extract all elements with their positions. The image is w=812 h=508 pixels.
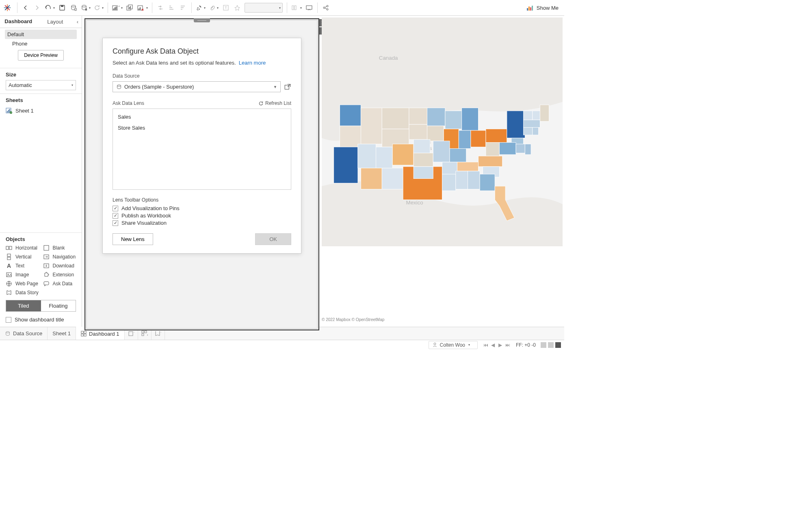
object-image[interactable]: Image xyxy=(6,271,39,278)
svg-point-6 xyxy=(71,5,76,7)
svg-rect-68 xyxy=(129,332,133,336)
object-extension[interactable]: Extension xyxy=(43,271,76,278)
toggle-tiled[interactable]: Tiled xyxy=(6,300,41,311)
svg-rect-71 xyxy=(145,331,147,333)
ask-data-object-frame[interactable]: ✕ ▼ Configure Ask Data Object Select an … xyxy=(84,18,319,330)
map-viz[interactable]: Profit -25,729 76,381 Canada United Stat… xyxy=(322,17,563,323)
duplicate-sheet-button[interactable] xyxy=(124,2,136,13)
state-ks xyxy=(414,153,433,167)
lens-item[interactable]: Store Sales xyxy=(113,122,291,133)
sort-descending-button[interactable] xyxy=(178,2,189,13)
state-tn xyxy=(457,162,479,171)
learn-more-link[interactable]: Learn more xyxy=(239,60,266,66)
svg-rect-67 xyxy=(84,334,86,336)
checkbox-icon[interactable] xyxy=(113,220,118,226)
sidebar-collapse-button[interactable]: ‹ xyxy=(74,16,82,28)
open-external-icon[interactable] xyxy=(284,83,291,91)
swap-rows-columns-button[interactable] xyxy=(155,2,166,13)
pin-button[interactable] xyxy=(232,2,243,13)
undo-dropdown[interactable]: ▾ xyxy=(43,2,56,13)
object-web-page[interactable]: Web Page xyxy=(6,280,39,287)
forward-button[interactable] xyxy=(31,2,43,13)
presentation-mode-button[interactable] xyxy=(303,2,315,13)
tab-dashboard[interactable]: Dashboard xyxy=(0,16,37,28)
object-navigation[interactable]: Navigation xyxy=(43,254,76,260)
lens-item[interactable]: Sales xyxy=(113,111,291,122)
main-area: Dashboard Layout ‹ Default Phone Device … xyxy=(0,16,564,327)
svg-rect-13 xyxy=(113,9,114,10)
frame-drag-handle[interactable] xyxy=(194,18,210,22)
svg-rect-14 xyxy=(115,7,115,10)
show-mark-labels-button[interactable]: T xyxy=(220,2,232,13)
show-me-label: Show Me xyxy=(537,5,559,11)
state-de xyxy=(525,144,531,154)
show-me-icon xyxy=(527,5,534,11)
device-preview-button[interactable]: Device Preview xyxy=(18,50,64,61)
user-menu[interactable]: Colten Woo ▾ xyxy=(429,341,478,349)
svg-point-63 xyxy=(6,331,10,333)
state-ut xyxy=(376,147,392,168)
size-select[interactable]: Automatic ▾ xyxy=(6,80,76,90)
share-button[interactable] xyxy=(320,2,331,13)
new-data-source-button[interactable]: + xyxy=(68,2,79,13)
tab-data-source[interactable]: Data Source xyxy=(0,327,48,340)
checkbox-icon[interactable] xyxy=(113,213,118,219)
svg-point-36 xyxy=(327,5,328,7)
svg-point-35 xyxy=(323,7,325,9)
highlight-button[interactable]: ▾ xyxy=(194,2,207,13)
opt-publish[interactable]: Publish as Workbook xyxy=(113,213,291,219)
data-source-select[interactable]: Orders (Sample - Superstore) ▼ xyxy=(113,81,281,92)
new-lens-button[interactable]: New Lens xyxy=(113,233,153,245)
state-ma xyxy=(524,120,540,128)
back-button[interactable] xyxy=(20,2,31,13)
dialog-title: Configure Ask Data Object xyxy=(113,47,291,56)
toolbar-search-input[interactable]: ▾ xyxy=(245,3,283,13)
show-me-button[interactable]: Show Me xyxy=(527,5,559,11)
nav-prev[interactable]: ◀ xyxy=(490,342,496,348)
nav-next[interactable]: ▶ xyxy=(497,342,504,348)
tab-sheet1[interactable]: Sheet 1 xyxy=(48,327,76,340)
view-mode-tabs[interactable] xyxy=(541,342,546,348)
clear-sheet-button[interactable]: ▾ xyxy=(136,2,149,13)
fit-button[interactable]: ▾ xyxy=(290,2,303,13)
svg-point-9 xyxy=(82,5,86,7)
show-title-checkbox[interactable] xyxy=(6,317,11,323)
device-default[interactable]: Default xyxy=(5,30,77,39)
refresh-data-button[interactable]: ▾ xyxy=(92,2,105,13)
new-worksheet-button[interactable]: +▾ xyxy=(110,2,124,13)
toggle-floating[interactable]: Floating xyxy=(41,300,76,311)
device-phone[interactable]: Phone xyxy=(5,39,77,48)
object-data-story[interactable]: Data Story xyxy=(6,289,39,296)
map-attribution: © 2022 Mapbox © OpenStreetMap xyxy=(322,317,384,322)
attach-button[interactable]: ▾ xyxy=(207,2,220,13)
object-download[interactable]: Download xyxy=(43,263,76,269)
svg-rect-38 xyxy=(527,8,528,11)
view-mode-filmstrip[interactable] xyxy=(548,342,554,348)
svg-text:T: T xyxy=(225,6,227,10)
view-mode-sheets[interactable] xyxy=(555,342,561,348)
refresh-list-button[interactable]: Refresh List xyxy=(258,100,291,106)
opt-add-pins[interactable]: Add Visualization to Pins xyxy=(113,205,291,211)
object-vertical[interactable]: Vertical xyxy=(6,254,39,260)
object-blank[interactable]: Blank xyxy=(43,245,76,251)
save-button[interactable] xyxy=(56,2,68,13)
ok-button[interactable]: OK xyxy=(255,233,291,245)
sort-ascending-button[interactable] xyxy=(166,2,178,13)
svg-rect-60 xyxy=(285,85,289,89)
state-oh xyxy=(471,130,486,147)
object-horizontal[interactable]: Horizontal xyxy=(6,245,39,251)
object-ask-data[interactable]: Ask Data xyxy=(43,280,76,287)
sheet-item[interactable]: Sheet 1 xyxy=(6,106,76,115)
pause-auto-updates-button[interactable]: ▾ xyxy=(79,2,92,13)
checkbox-icon[interactable] xyxy=(113,206,118,211)
nav-first[interactable]: ⏮ xyxy=(483,342,489,348)
tableau-logo-icon xyxy=(3,4,11,12)
state-ok xyxy=(414,167,433,179)
tab-layout[interactable]: Layout xyxy=(37,16,74,28)
lens-list[interactable]: Sales Store Sales xyxy=(113,109,291,190)
nav-last[interactable]: ⏭ xyxy=(505,342,511,348)
data-source-label: Data Source xyxy=(113,73,291,79)
object-text[interactable]: AText xyxy=(6,263,39,269)
opt-share[interactable]: Share Visualization xyxy=(113,220,291,226)
show-dashboard-title-row[interactable]: Show dashboard title xyxy=(6,317,76,323)
